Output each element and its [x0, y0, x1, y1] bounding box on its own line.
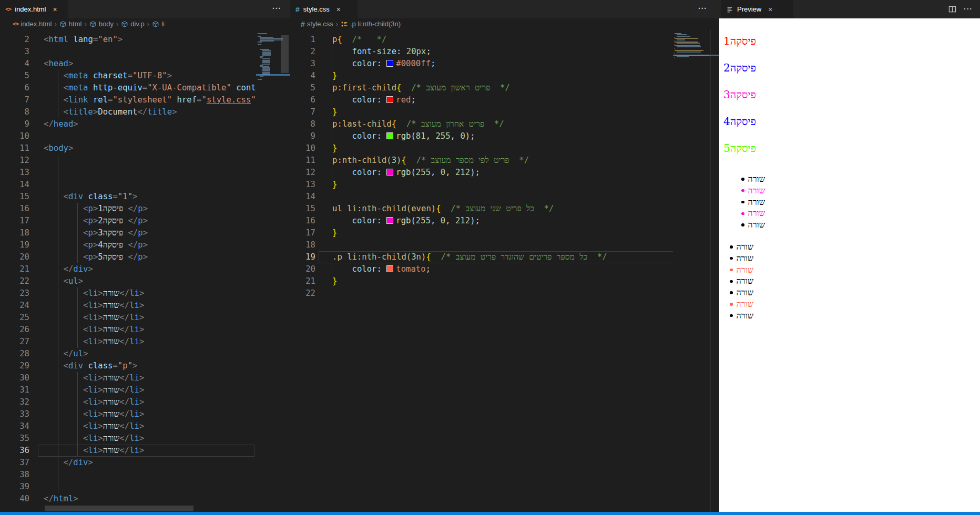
breadcrumb-item-index-html[interactable]: <>index.html — [13, 20, 52, 28]
code-line[interactable]: color: red; — [332, 94, 416, 106]
code-line[interactable]: <li>שורה</li> — [44, 287, 144, 300]
minimap[interactable] — [673, 29, 719, 512]
code-line[interactable]: color: rgb(81, 255, 0); — [332, 130, 475, 142]
breadcrumb-item-html[interactable]: html — [59, 20, 82, 28]
breadcrumb-item-li[interactable]: li — [152, 20, 165, 28]
code-token — [332, 95, 352, 105]
code-line[interactable]: p{ /* */ — [332, 34, 386, 46]
color-swatch[interactable] — [386, 132, 393, 139]
code-line[interactable]: </div> — [44, 263, 93, 275]
close-icon[interactable]: × — [768, 5, 772, 14]
code-token: http-equiv — [93, 83, 142, 92]
code-line[interactable]: <li>שורה</li> — [44, 336, 144, 348]
code-line[interactable]: <li>שורה</li> — [44, 445, 144, 457]
code-line[interactable]: <meta http-equiv="X-UA-Compatible" conte… — [44, 82, 271, 94]
code-token: " — [251, 95, 256, 105]
more-actions-button[interactable]: ··· — [698, 4, 707, 13]
breadcrumb-item-div-p[interactable]: div.p — [121, 20, 145, 28]
more-actions-button[interactable]: ··· — [272, 4, 281, 13]
code-line[interactable]: <li>שורה</li> — [44, 420, 144, 432]
code-line[interactable]: <div class="p"> — [44, 360, 137, 372]
code-line[interactable]: </ul> — [44, 348, 88, 360]
close-icon[interactable]: × — [53, 5, 57, 14]
code-line[interactable]: <li>שורה</li> — [44, 300, 144, 312]
code-line[interactable]: </div> — [44, 457, 93, 469]
code-line[interactable]: <li>שורה</li> — [44, 432, 144, 445]
code-token — [332, 47, 352, 56]
code-line[interactable]: <li>שורה</li> — [44, 384, 144, 396]
code-token: rel — [93, 95, 108, 105]
code-line[interactable]: <li>שורה</li> — [44, 372, 144, 384]
code-line[interactable]: <link rel="stylesheet" href="style.css"> — [44, 94, 261, 106]
code-token: } — [332, 228, 337, 238]
code-line[interactable]: <li>שורה</li> — [44, 324, 144, 336]
code-line[interactable]: color: #0000ff; — [332, 58, 435, 70]
code-line[interactable]: } — [332, 142, 337, 154]
bullet-icon — [730, 257, 733, 260]
code-line[interactable]: <p>פיסקה2 </p> — [44, 215, 148, 227]
breadcrumb-item--p-li-nth-child-3n-[interactable]: .p li:nth-child(3n) — [341, 20, 401, 28]
code-token: ul — [73, 349, 83, 358]
code-line[interactable]: <p>פיסקה4 </p> — [44, 239, 148, 251]
code-token — [231, 83, 236, 92]
code-line[interactable]: <p>פיסקה3 </p> — [44, 227, 148, 239]
code-line[interactable]: p:last-child{ /* פריט אחרון מעוצב */ — [332, 118, 504, 130]
code-line[interactable]: font-size: 20px; — [332, 46, 431, 58]
horizontal-scrollbar[interactable] — [45, 506, 193, 511]
code-line[interactable]: <p>פיסקה1 </p> — [44, 203, 148, 215]
code-line[interactable]: } — [332, 227, 337, 239]
minimap[interactable] — [256, 29, 290, 512]
bullet-icon — [741, 189, 744, 192]
code-token: > — [143, 240, 148, 250]
code-line[interactable]: </html> — [44, 493, 78, 505]
code-line[interactable]: } — [332, 106, 337, 118]
code-token: </ — [44, 119, 54, 129]
code-line[interactable]: <html lang="en"> — [44, 34, 122, 46]
close-icon[interactable]: × — [336, 5, 341, 14]
vertical-scrollbar[interactable] — [281, 35, 289, 73]
code-line[interactable]: <p>פיסקה5 </p> — [44, 251, 148, 263]
color-swatch[interactable] — [386, 169, 393, 176]
code-line[interactable]: <li>שורה</li> — [44, 396, 144, 408]
code-line[interactable]: <title>Document</title> — [44, 106, 177, 118]
code-line[interactable]: <body> — [44, 142, 73, 154]
code-line[interactable]: .p li:nth-child(3n){ /* כל מספר פריטים ש… — [332, 251, 607, 263]
code-line[interactable]: } — [332, 70, 337, 82]
color-swatch[interactable] — [386, 265, 393, 272]
tab-style-css[interactable]: # style.css × — [290, 0, 358, 18]
color-swatch[interactable] — [386, 96, 393, 103]
line-number: 8 — [0, 106, 29, 118]
code-line[interactable]: ul li:nth-child(even){ /* כל פריט שני מע… — [332, 203, 554, 215]
split-editor-icon[interactable] — [948, 5, 956, 13]
tab-index-html[interactable]: <> index.html × — [0, 0, 68, 18]
code-line[interactable]: p:first-child{ /* פריט ראשון מעוצב */ — [332, 82, 510, 94]
line-number: 15 — [290, 203, 315, 215]
code-line[interactable]: p:nth-child(3){ /* פריט לפי מספר מעוצב *… — [332, 154, 529, 167]
code-line[interactable]: </head> — [44, 118, 78, 130]
code-token — [44, 216, 83, 225]
code-line[interactable]: <meta charset="UTF-8"> — [44, 70, 172, 82]
code-line[interactable]: <div class="1"> — [44, 191, 137, 203]
code-line[interactable]: color: tomato; — [332, 263, 431, 275]
code-line[interactable]: color: rgb(255, 0, 212); — [332, 167, 480, 179]
code-line[interactable]: <head> — [44, 58, 73, 70]
color-swatch[interactable] — [386, 217, 393, 224]
code-line[interactable]: } — [332, 179, 337, 191]
code-token: > — [88, 264, 93, 274]
code-token: > — [143, 252, 148, 262]
list-item-text: שורה — [748, 219, 765, 231]
code-line[interactable]: } — [332, 275, 337, 287]
tab-preview[interactable]: Preview × — [721, 0, 793, 18]
code-token: > — [98, 373, 103, 383]
more-actions-button[interactable]: ··· — [964, 5, 973, 13]
breadcrumb-item-style-css[interactable]: #style.css — [301, 20, 333, 28]
color-swatch[interactable] — [386, 60, 393, 67]
breadcrumb-item-body[interactable]: body — [89, 20, 114, 28]
code-token: 0 — [441, 168, 445, 177]
code-line[interactable]: color: rgb(255, 0, 212); — [332, 215, 480, 227]
code-line[interactable]: <ul> — [44, 275, 83, 287]
code-line[interactable]: <li>שורה</li> — [44, 312, 144, 324]
code-line[interactable]: <li>שורה</li> — [44, 408, 144, 420]
code-token: > — [139, 446, 144, 455]
code-token: li — [129, 421, 139, 431]
